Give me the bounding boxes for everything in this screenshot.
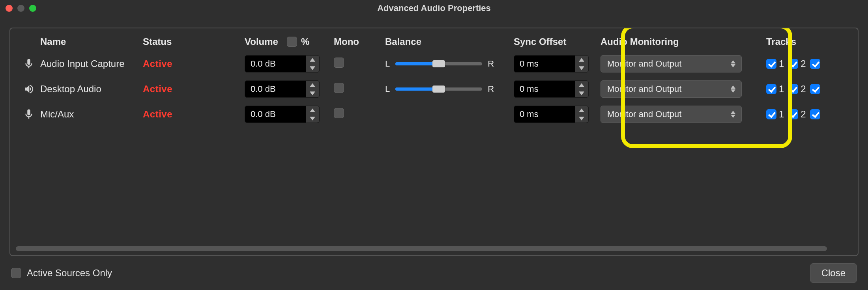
volume-spin-step-down[interactable] [306,64,319,72]
speaker-icon [17,83,40,95]
mono-checkbox[interactable] [334,108,344,118]
sync-offset-spin-value: 0 ms [514,56,575,72]
mono-checkbox[interactable] [334,58,344,68]
col-header-volume-label: Volume [245,36,278,47]
track-2-label: 2 [801,84,806,95]
balance-slider[interactable] [395,62,482,65]
track-1-label: 1 [779,84,784,95]
volume-spin-step-down[interactable] [306,114,319,123]
balance-right-label: R [488,84,494,94]
mic-icon [17,108,40,120]
chevron-updown-icon [730,60,737,67]
close-window-icon[interactable] [6,5,13,12]
track-2-label: 2 [801,109,806,120]
track-1-label: 1 [779,109,784,120]
audio-monitoring-select[interactable]: Monitor and Output [600,106,742,123]
sync-offset-spin[interactable]: 0 ms [514,106,589,123]
active-sources-only[interactable]: Active Sources Only [11,268,112,279]
volume-spin[interactable]: 0.0 dB [245,55,320,72]
balance-thumb[interactable] [432,86,445,93]
audio-monitoring-select-value: Monitor and Output [607,59,681,69]
track-2-label: 2 [801,58,806,69]
active-sources-only-label: Active Sources Only [27,268,112,279]
volume-spin-step-up[interactable] [306,56,319,64]
col-header-tracks: Tracks [766,36,851,47]
col-header-monitor: Audio Monitoring [600,36,766,47]
track-next-checkbox[interactable] [810,84,820,94]
balance-control: L R [385,59,514,69]
col-header-volume-pct: % [301,36,309,47]
window-controls [6,5,36,12]
zoom-window-icon[interactable] [29,5,36,12]
tracks-cell: 1 2 [766,109,851,120]
sync-offset-spin-step-up[interactable] [575,56,588,64]
col-header-name: Name [40,36,143,47]
col-header-status: Status [143,36,245,47]
col-header-balance: Balance [385,36,514,47]
tracks-cell: 1 2 [766,84,851,95]
balance-control: L R [385,84,514,94]
balance-slider[interactable] [395,87,482,91]
track-1-checkbox[interactable] [766,109,776,119]
sync-offset-spin[interactable]: 0 ms [514,80,589,98]
sync-offset-spin-step-up[interactable] [575,81,588,89]
sync-offset-spin[interactable]: 0 ms [514,55,589,72]
source-status: Active [143,84,245,95]
window-title: Advanced Audio Properties [0,3,868,13]
col-header-volume: Volume % [245,36,334,47]
audio-monitoring-select-value: Monitor and Output [607,84,681,94]
col-header-mono: Mono [334,36,385,47]
balance-left-label: L [385,59,390,69]
track-next-checkbox[interactable] [810,59,820,69]
source-name: Mic/Aux [40,109,143,120]
sync-offset-spin-value: 0 ms [514,106,575,123]
chevron-updown-icon [730,111,737,118]
balance-thumb[interactable] [432,60,445,67]
sync-offset-spin-step-down[interactable] [575,114,588,123]
sync-offset-spin-step-up[interactable] [575,106,588,114]
chevron-updown-icon [730,86,737,93]
volume-spin-step-up[interactable] [306,81,319,89]
close-button[interactable]: Close [810,263,857,283]
sync-offset-spin-value: 0 ms [514,81,575,97]
track-1-checkbox[interactable] [766,84,776,94]
mic-icon [17,58,40,70]
volume-spin-step-up[interactable] [306,106,319,114]
col-header-sync: Sync Offset [514,36,600,47]
balance-right-label: R [488,59,494,69]
sync-offset-spin-step-down[interactable] [575,89,588,97]
audio-monitoring-select[interactable]: Monitor and Output [600,80,742,98]
footer: Active Sources Only Close [11,263,857,283]
volume-spin-value: 0.0 dB [245,81,306,97]
volume-percent-toggle[interactable] [287,37,297,47]
track-2-checkbox[interactable] [788,59,798,69]
volume-spin-value: 0.0 dB [245,56,306,72]
source-status: Active [143,109,245,120]
source-status: Active [143,58,245,69]
tracks-cell: 1 2 [766,58,851,69]
balance-left-label: L [385,84,390,94]
volume-spin-value: 0.0 dB [245,106,306,123]
sync-offset-spin-step-down[interactable] [575,64,588,72]
active-sources-only-checkbox[interactable] [11,268,21,278]
track-2-checkbox[interactable] [788,109,798,119]
volume-spin[interactable]: 0.0 dB [245,80,320,98]
volume-spin-step-down[interactable] [306,89,319,97]
volume-spin[interactable]: 0.0 dB [245,106,320,123]
source-name: Desktop Audio [40,84,143,95]
horizontal-scrollbar[interactable] [16,246,852,251]
track-2-checkbox[interactable] [788,84,798,94]
minimize-window-icon[interactable] [17,5,24,12]
track-1-label: 1 [779,58,784,69]
track-next-checkbox[interactable] [810,109,820,119]
titlebar: Advanced Audio Properties [0,0,868,17]
source-name: Audio Input Capture [40,58,143,69]
audio-properties-panel: Name Status Volume % Mono Balance Sync O… [9,28,859,256]
track-1-checkbox[interactable] [766,59,776,69]
audio-monitoring-select[interactable]: Monitor and Output [600,55,742,72]
audio-monitoring-select-value: Monitor and Output [607,109,681,119]
mono-checkbox[interactable] [334,83,344,93]
